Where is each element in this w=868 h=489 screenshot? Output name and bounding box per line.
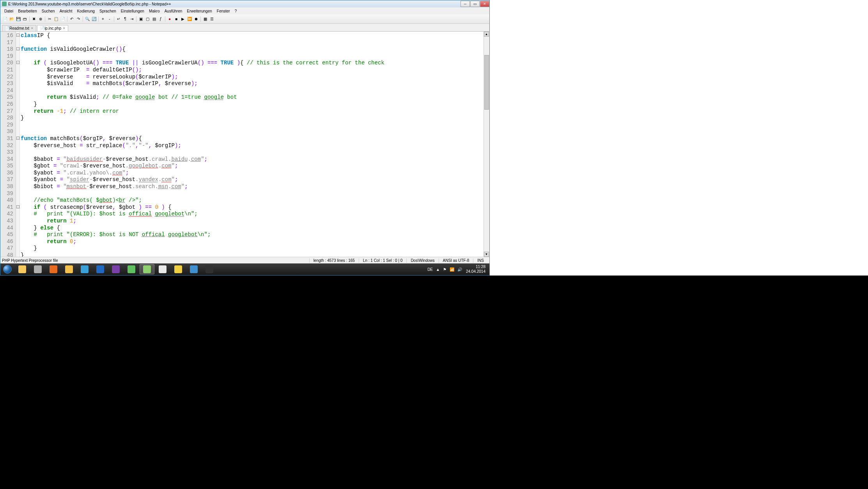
play-icon[interactable]: ▶	[180, 16, 186, 22]
line-number[interactable]: 48	[0, 252, 13, 257]
start-button[interactable]	[0, 264, 14, 275]
line-number[interactable]: 24	[0, 87, 13, 94]
menu-suchen[interactable]: Suchen	[39, 8, 57, 14]
play-multi-icon[interactable]: ⏩	[186, 16, 193, 22]
fold-toggle-icon[interactable]: -	[16, 34, 19, 37]
line-number[interactable]: 21	[0, 67, 13, 74]
taskbar-ie[interactable]	[77, 264, 92, 274]
line-number[interactable]: 19	[0, 53, 13, 60]
taskbar-notepadpp[interactable]	[140, 264, 154, 274]
zoom-in-icon[interactable]: +	[100, 16, 106, 22]
taskbar-app4[interactable]	[124, 264, 139, 274]
save-all-icon[interactable]: 🗃	[22, 16, 28, 22]
line-number[interactable]: 22	[0, 74, 13, 81]
fold-toggle-icon[interactable]: -	[16, 61, 19, 64]
new-file-icon[interactable]: 📄	[2, 16, 8, 22]
fold-icon[interactable]: ▣	[138, 16, 144, 22]
tray-lang[interactable]: DE	[426, 267, 434, 272]
replace-icon[interactable]: 🔄	[91, 16, 97, 22]
line-number[interactable]: 29	[0, 122, 13, 129]
tab-close-icon[interactable]: ✕	[31, 27, 34, 30]
line-number[interactable]: 38	[0, 183, 13, 190]
taskbar-explorer[interactable]	[15, 264, 30, 274]
tab-ip-inc-php[interactable]: 📄 ip.inc.php✕	[37, 25, 68, 31]
menu-?[interactable]: ?	[232, 8, 239, 14]
taskbar-chrome[interactable]	[62, 264, 76, 274]
vertical-scrollbar[interactable]: ▲ ▼	[484, 32, 489, 257]
menu-kodierung[interactable]: Kodierung	[74, 8, 97, 14]
plugin1-icon[interactable]: ▦	[202, 16, 208, 22]
line-number[interactable]: 43	[0, 218, 13, 225]
plugin2-icon[interactable]: ☰	[209, 16, 215, 22]
line-number[interactable]: 42	[0, 211, 13, 218]
line-number[interactable]: 35	[0, 163, 13, 170]
menu-einstellungen[interactable]: Einstellungen	[119, 8, 147, 14]
tab-readme-txt[interactable]: 📄 Readme.txt✕	[2, 25, 36, 31]
tray-volume-icon[interactable]: 🔊	[456, 267, 464, 272]
open-file-icon[interactable]: 📂	[9, 16, 15, 22]
taskbar-app2[interactable]	[93, 264, 108, 274]
tray-up-icon[interactable]: ▲	[434, 267, 441, 272]
taskbar-firefox[interactable]	[46, 264, 61, 274]
line-number[interactable]: 40	[0, 197, 13, 204]
line-number[interactable]: 31	[0, 135, 13, 142]
line-number[interactable]: 39	[0, 190, 13, 197]
maximize-button[interactable]: ▭	[470, 1, 480, 7]
taskbar-app6[interactable]	[171, 264, 186, 274]
tray-clock[interactable]: 11:28 24.04.2014	[464, 265, 488, 274]
save-icon[interactable]: 💾	[15, 16, 21, 22]
tray-network-icon[interactable]: 📶	[448, 267, 456, 272]
zoom-out-icon[interactable]: -	[106, 16, 113, 22]
line-number[interactable]: 46	[0, 238, 13, 245]
cut-icon[interactable]: ✂	[46, 16, 53, 22]
menu-sprachen[interactable]: Sprachen	[97, 8, 119, 14]
close-file-icon[interactable]: ✖	[31, 16, 37, 22]
find-icon[interactable]: 🔍	[84, 16, 90, 22]
fold-toggle-icon[interactable]: -	[16, 137, 19, 140]
line-number[interactable]: 17	[0, 39, 13, 46]
undo-icon[interactable]: ↶	[69, 16, 75, 22]
close-button[interactable]: ✕	[480, 1, 489, 7]
line-number[interactable]: 34	[0, 156, 13, 163]
code-area[interactable]: classIP {function isValidGoogleCrawler()…	[20, 32, 484, 257]
menu-fenster[interactable]: Fenster	[214, 8, 232, 14]
tab-close-icon[interactable]: ✕	[63, 27, 66, 30]
line-number[interactable]: 30	[0, 128, 13, 135]
menu-ausführen[interactable]: Ausführen	[162, 8, 185, 14]
menu-makro[interactable]: Makro	[147, 8, 162, 14]
fold-column[interactable]: -----	[16, 32, 20, 257]
menu-datei[interactable]: Datei	[2, 8, 16, 14]
menu-erweiterungen[interactable]: Erweiterungen	[184, 8, 214, 14]
line-number[interactable]: 44	[0, 225, 13, 232]
indent-icon[interactable]: ⇥	[129, 16, 135, 22]
taskbar-app7[interactable]	[186, 264, 201, 274]
fold-toggle-icon[interactable]: -	[16, 205, 19, 208]
stop-icon[interactable]: ■	[173, 16, 179, 22]
line-number[interactable]: 20	[0, 60, 13, 67]
line-number[interactable]: 32	[0, 142, 13, 149]
line-number[interactable]: 33	[0, 149, 13, 156]
menu-bearbeiten[interactable]: Bearbeiten	[16, 8, 39, 14]
paste-icon[interactable]: 📄	[60, 16, 66, 22]
fold-toggle-icon[interactable]: -	[16, 47, 19, 50]
save-macro-icon[interactable]: ⏺	[193, 16, 199, 22]
line-number[interactable]: 45	[0, 231, 13, 238]
line-number-gutter[interactable]: 1617181920212223242526272829303132333435…	[0, 32, 16, 257]
line-number[interactable]: 18	[0, 46, 13, 53]
taskbar-steam[interactable]	[202, 264, 217, 274]
titlebar[interactable]: E:\Working 2013\www.youtube-mp3.mobi\ser…	[0, 0, 489, 7]
line-number[interactable]: 41	[0, 204, 13, 211]
show-all-icon[interactable]: ¶	[122, 16, 128, 22]
unfold-icon[interactable]: ▢	[144, 16, 151, 22]
redo-icon[interactable]: ↷	[75, 16, 81, 22]
line-number[interactable]: 37	[0, 176, 13, 183]
line-number[interactable]: 16	[0, 32, 13, 39]
func-list-icon[interactable]: ƒ	[158, 16, 164, 22]
doc-map-icon[interactable]: ▤	[151, 16, 157, 22]
scroll-up-icon[interactable]: ▲	[484, 32, 489, 37]
taskbar-app1[interactable]	[30, 264, 45, 274]
scroll-down-icon[interactable]: ▼	[484, 252, 489, 257]
minimize-button[interactable]: ─	[461, 1, 470, 7]
menu-ansicht[interactable]: Ansicht	[57, 8, 75, 14]
line-number[interactable]: 28	[0, 115, 13, 122]
